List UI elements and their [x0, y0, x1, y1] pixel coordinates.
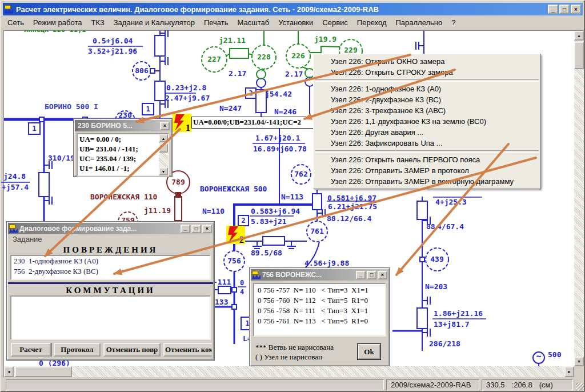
ctx-kz-2ph[interactable]: Узел 226: 2-двухфазное КЗ (ВС) — [314, 94, 540, 105]
task-dialog-title: Диалоговое формирование зада... — [19, 225, 179, 233]
window-title: Расчет электрических величин. Диалоговое… — [16, 5, 547, 14]
menu-tkz[interactable]: ТКЗ — [87, 18, 109, 27]
measure-window-title: 230 БОРИНО 5... — [78, 122, 159, 130]
fault-number: 1 — [186, 123, 190, 133]
scrollbar[interactable]: ▲ ▼ — [159, 134, 168, 175]
scroll-down-icon[interactable]: ▼ — [574, 357, 584, 366]
menu-scale[interactable]: Масштаб — [233, 18, 274, 27]
ctx-send-vector[interactable]: Узел 226: Отправить ЗАМЕР в векторную ди… — [314, 176, 540, 187]
ctx-fix-upa[interactable]: Узел 226: Зафиксировать Uпа ... — [314, 138, 540, 149]
close-button[interactable]: × — [160, 122, 170, 130]
vertical-scrollbar[interactable]: ▲ ▼ — [574, 31, 584, 366]
voltage-row: UA= 0.00 / 0; — [78, 134, 168, 144]
status-y: :206.8 — [512, 380, 532, 390]
ctx-kz-3ph[interactable]: Узел 226: 3-трехфазное КЗ (АВС) — [314, 105, 540, 116]
app-icon — [5, 5, 13, 14]
voltage-row: UC= 235.04 / 139; — [78, 154, 168, 163]
menu-settings[interactable]: Установки — [274, 18, 318, 27]
menu-service[interactable]: Сервис — [318, 18, 352, 27]
task-dialog: Диалоговое формирование зада... _ □ × За… — [7, 222, 214, 360]
close-button[interactable]: × — [571, 5, 581, 14]
close-button[interactable]: × — [202, 225, 212, 233]
note-line: ( ) Узел не нарисован — [255, 352, 334, 362]
branch-notes: *** Ветвь не нарисована ( ) Узел не нари… — [255, 342, 334, 362]
branch-window-756: 756 ВОРОНЕЖС... _ □ × 0 756 -757 N= 110 … — [250, 268, 390, 366]
menu-help[interactable]: ? — [447, 18, 460, 27]
dialog-menu-task[interactable]: Задание — [8, 234, 213, 245]
maximize-button[interactable]: □ — [367, 271, 376, 279]
branch-list[interactable]: 0 756 -757 N= 110 < Тип=3 X1=1 0 756 -76… — [253, 283, 386, 337]
menu-parallel[interactable]: Параллельно — [391, 18, 447, 27]
scroll-up-icon[interactable]: ▲ — [159, 134, 168, 142]
ctx-kz-11ph[interactable]: Узел 226: 1,1-двухфазное КЗ на землю (ВС… — [314, 116, 540, 127]
menu-task-calculator[interactable]: Задание и Калькулятор — [109, 18, 199, 27]
scroll-thumb[interactable] — [574, 42, 584, 69]
branch-window-titlebar: 756 ВОРОНЕЖС... _ □ × — [251, 269, 388, 281]
measure-window-230: 230 БОРИНО 5... × UA= 0.00 / 0; UB= 231.… — [74, 119, 172, 177]
status-units: (см) — [539, 380, 553, 390]
scroll-left-icon[interactable]: ◄ — [4, 366, 14, 377]
ctx-other-fault[interactable]: Узел 226: Другая авария ... — [314, 127, 540, 138]
status-x: 330.5 — [486, 380, 505, 390]
menu-goto[interactable]: Переход — [352, 18, 391, 27]
horizontal-scrollbar[interactable]: ◄ ► — [4, 366, 574, 377]
scroll-thumb[interactable] — [15, 366, 72, 377]
damage-list[interactable]: 230 1-однофазное КЗ (А0) 756 2-двухфазно… — [10, 255, 211, 280]
scrollbar-corner — [574, 366, 584, 377]
menu-separator — [315, 150, 539, 153]
commutation-header: КОММУТАЦИИ — [8, 285, 213, 295]
statusbar: 2009/схема2-2009-RAB 330.5 :206.8 (см) — [3, 378, 584, 391]
menu-separator — [315, 79, 539, 82]
ctx-open-strip[interactable]: Узел 226: Открыть СТРОКУ замера — [314, 67, 540, 78]
measure-window-titlebar: 230 БОРИНО 5... × — [75, 120, 171, 131]
voltage-row: U1= 146.01 / -1; — [78, 163, 168, 173]
task-dialog-titlebar: Диалоговое формирование зада... _ □ × — [8, 223, 213, 234]
menu-print[interactable]: Печать — [199, 18, 233, 27]
app-window: липецк 220 11,1j21.11227228226j19.92290.… — [0, 0, 585, 392]
branch-row[interactable]: 0 756 -758 N= 111 < Тип=3 X1=1 — [254, 306, 385, 316]
menubar: Сеть Режим работа ТКЗ Задание и Калькуля… — [3, 15, 583, 30]
fault-marker-2[interactable]: 2 — [226, 226, 245, 244]
titlebar: Расчет электрических величин. Диалоговое… — [3, 3, 583, 15]
voltage-list[interactable]: UA= 0.00 / 0; UB= 231.04 / -141; UC= 235… — [77, 133, 169, 177]
menu-mode[interactable]: Режим работа — [29, 18, 87, 27]
scroll-thumb[interactable] — [159, 143, 168, 153]
menu-set[interactable]: Сеть — [3, 18, 29, 27]
damage-row[interactable]: 230 1-однофазное КЗ (А0) — [11, 256, 210, 266]
status-file-panel: 2009/схема2-2009-RAB — [386, 379, 479, 390]
minimize-button[interactable]: _ — [181, 225, 190, 233]
ctx-send-protocol[interactable]: Узел 226: Отправить ЗАМЕР в протокол — [314, 165, 540, 176]
divider — [8, 282, 213, 284]
scroll-right-icon[interactable]: ► — [564, 366, 574, 377]
scroll-up-icon[interactable]: ▲ — [574, 31, 584, 41]
ctx-first-belt[interactable]: Узел 226: Открыть панель ПЕРВОГО пояса — [314, 154, 540, 165]
fault-number: 2 — [239, 235, 244, 245]
tkz-icon — [9, 225, 18, 233]
branch-row[interactable]: 0 756 -761 N= 113 < Тип=5 R1=0 — [254, 316, 385, 326]
ok-button[interactable]: Ok — [358, 344, 380, 359]
maximize-button[interactable]: □ — [191, 225, 201, 233]
close-button[interactable]: × — [378, 271, 387, 279]
damage-row[interactable]: 756 2-двухфазное КЗ (ВС) — [11, 266, 210, 277]
lightning-icon — [227, 226, 241, 243]
maximize-button[interactable]: □ — [559, 5, 570, 14]
protocol-button[interactable]: Протокол — [54, 343, 101, 357]
node-context-menu: Узел 226: Открыть ОКНО замера Узел 226: … — [313, 54, 541, 189]
damage-header: ПОВРЕЖДЕНИЯ — [8, 245, 213, 255]
voltage-row: UB= 231.04 / -141; — [78, 144, 168, 154]
resize-grip[interactable] — [576, 383, 584, 391]
cancel-damage-button[interactable]: Отменить повр — [103, 343, 161, 357]
scroll-down-icon[interactable]: ▼ — [159, 167, 168, 175]
status-message-panel — [6, 379, 384, 390]
minimize-button[interactable]: _ — [356, 271, 366, 279]
branch-row[interactable]: 0 756 -757 N= 110 < Тип=3 X1=1 — [254, 285, 385, 295]
commutation-list[interactable] — [10, 295, 211, 340]
calc-button[interactable]: Расчет — [11, 343, 51, 357]
lightning-icon — [173, 114, 187, 131]
branch-row[interactable]: 0 756 -760 N= 112 < Тип=5 R1=0 — [254, 295, 385, 306]
minimize-button[interactable]: _ — [548, 5, 558, 14]
ctx-open-window[interactable]: Узел 226: Открыть ОКНО замера — [314, 56, 540, 67]
fault-marker-1[interactable]: 1 — [173, 114, 191, 132]
ctx-kz-1ph[interactable]: Узел 226: 1-однофазное КЗ (А0) — [314, 83, 540, 94]
cancel-commutation-button[interactable]: Отменить комм — [163, 343, 212, 357]
